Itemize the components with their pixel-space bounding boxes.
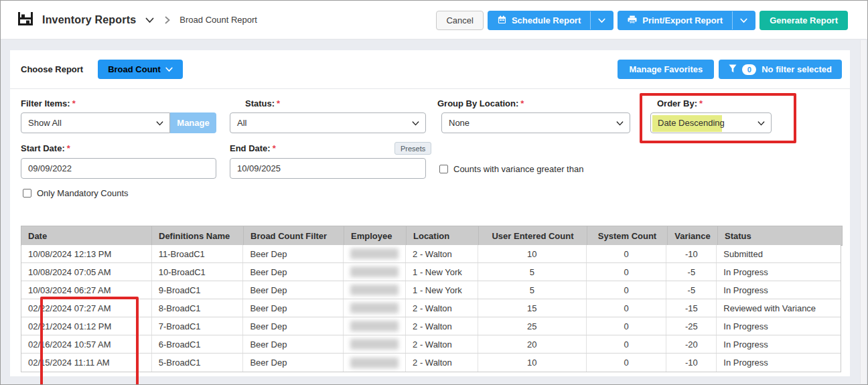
- table-cell: 0: [587, 354, 667, 372]
- table-row[interactable]: 02/15/2024 11:11 AM5-BroadC1Beer Dep2 - …: [21, 354, 841, 372]
- chevron-down-icon: [145, 14, 154, 26]
- employee-redacted: [350, 248, 399, 259]
- table-row[interactable]: 10/08/2024 12:13 PM11-BroadC1Beer Dep2 -…: [21, 245, 841, 263]
- breadcrumb-chevron-icon: [165, 16, 170, 24]
- table-cell: 1 - New York: [406, 263, 478, 281]
- employee-redacted: [350, 339, 399, 350]
- table-cell: Submitted: [717, 245, 841, 262]
- table-header-row: Date Definitions Name Broad Count Filter…: [21, 226, 843, 246]
- filter-items-select[interactable]: Show All: [21, 112, 170, 133]
- calendar-icon: [498, 15, 506, 26]
- table-cell: In Progress: [717, 317, 841, 335]
- column-header-date[interactable]: Date: [21, 226, 152, 245]
- report-type-dropdown[interactable]: Broad Count: [98, 60, 183, 79]
- employee-redacted: [350, 321, 399, 331]
- table-row[interactable]: 10/08/2024 07:05 AM10-BroadC1Beer Dep1 -…: [21, 263, 841, 281]
- schedule-report-caret[interactable]: [590, 11, 613, 29]
- table-cell: In Progress: [717, 335, 841, 353]
- table-cell: 2 - Walton: [406, 299, 478, 317]
- column-header-status[interactable]: Status: [718, 226, 842, 245]
- choose-report-label: Choose Report: [21, 64, 83, 74]
- inventory-reports-page: Inventory Reports Broad Count Report Can…: [0, 0, 868, 385]
- table-cell: 25: [478, 317, 587, 335]
- inventory-icon: [17, 11, 34, 29]
- table-cell: In Progress: [717, 281, 841, 299]
- table-cell: -10: [666, 354, 717, 372]
- schedule-report-label: Schedule Report: [512, 15, 581, 25]
- order-by-select[interactable]: Date Descending: [650, 112, 772, 133]
- table-cell: 0: [587, 245, 667, 262]
- table-row[interactable]: 02/16/2024 10:57 AM6-BroadC1Beer Dep2 - …: [21, 335, 841, 354]
- table-cell: 2 - Walton: [406, 317, 478, 335]
- table-cell: 6-BroadC1: [152, 335, 244, 353]
- table-cell: -15: [666, 299, 717, 317]
- table-row[interactable]: 02/21/2024 01:12 PM7-BroadC1Beer Dep2 - …: [21, 317, 841, 335]
- filter-items-value: Show All: [28, 118, 62, 128]
- report-type-value: Broad Count: [108, 64, 161, 74]
- table-cell: 10/08/2024 12:13 PM: [21, 245, 152, 262]
- manage-filter-items-button[interactable]: Manage: [170, 112, 216, 133]
- start-date-input[interactable]: 09/09/2022: [21, 158, 216, 179]
- filter-selected-button[interactable]: 0 No filter selected: [719, 60, 842, 79]
- employee-redacted: [350, 303, 399, 313]
- table-cell: 15: [478, 299, 587, 317]
- presets-button[interactable]: Presets: [394, 142, 431, 155]
- breadcrumb: Broad Count Report: [179, 15, 257, 25]
- top-bar: Inventory Reports Broad Count Report Can…: [1, 1, 867, 40]
- column-header-variance[interactable]: Variance: [668, 226, 718, 245]
- column-header-user-entered-count[interactable]: User Entered Count: [479, 226, 587, 245]
- table-cell: 7-BroadC1: [152, 317, 244, 335]
- table-cell: Beer Dep: [243, 335, 344, 353]
- table-cell: Beer Dep: [243, 354, 344, 372]
- vertical-scrollbar[interactable]: [860, 40, 866, 384]
- group-by-location-select[interactable]: None: [441, 112, 630, 133]
- column-header-definitions-name[interactable]: Definitions Name: [152, 226, 244, 245]
- status-select[interactable]: All: [230, 112, 426, 133]
- table-row[interactable]: 02/22/2024 07:27 AM8-BroadC1Beer Dep2 - …: [21, 299, 841, 317]
- chevron-down-icon: [412, 118, 419, 128]
- schedule-report-button[interactable]: Schedule Report: [488, 11, 613, 30]
- table-cell: Beer Dep: [243, 281, 344, 299]
- column-header-broad-count-filter[interactable]: Broad Count Filter: [244, 226, 344, 245]
- table-cell: 10/03/2024 06:27 AM: [21, 281, 152, 299]
- end-date-input[interactable]: 10/09/2025: [230, 158, 426, 179]
- table-cell: 10-BroadC1: [152, 263, 244, 281]
- print-export-button[interactable]: Print/Export Report: [618, 11, 755, 30]
- table-body: 10/08/2024 12:13 PM11-BroadC1Beer Dep2 -…: [21, 245, 841, 372]
- chevron-down-icon: [165, 67, 173, 72]
- employee-redacted: [350, 358, 399, 368]
- column-header-system-count[interactable]: System Count: [587, 226, 668, 245]
- table-cell: 2 - Walton: [406, 354, 478, 372]
- table-cell: -25: [666, 317, 717, 335]
- table-cell: 8-BroadC1: [152, 299, 244, 317]
- table-cell: [344, 317, 406, 335]
- table-cell: 10/08/2024 07:05 AM: [21, 263, 152, 281]
- report-type-menu[interactable]: Inventory Reports: [17, 11, 154, 29]
- print-export-caret[interactable]: [732, 11, 755, 29]
- manage-favorites-button[interactable]: Manage Favorites: [618, 60, 714, 79]
- variance-checkbox[interactable]: [439, 165, 448, 173]
- table-cell: 5: [478, 281, 587, 299]
- table-cell: Beer Dep: [243, 317, 344, 335]
- table-cell: Beer Dep: [243, 299, 344, 317]
- table-cell: -20: [666, 335, 717, 353]
- filter-status-label: No filter selected: [762, 64, 832, 74]
- mandatory-checkbox[interactable]: [23, 189, 31, 198]
- table-row[interactable]: 10/03/2024 06:27 AM9-BroadC1Beer Dep1 - …: [21, 281, 841, 299]
- cancel-button[interactable]: Cancel: [436, 11, 483, 30]
- report-panel: Choose Report Broad Count Manage Favorit…: [10, 50, 850, 376]
- table-cell: 1 - New York: [406, 281, 478, 299]
- column-header-location[interactable]: Location: [407, 226, 479, 245]
- table-cell: Beer Dep: [243, 245, 344, 262]
- table-cell: 0: [587, 263, 667, 281]
- table-cell: 02/21/2024 01:12 PM: [21, 317, 152, 335]
- print-export-label: Print/Export Report: [642, 15, 723, 25]
- table-cell: [344, 263, 406, 281]
- column-header-employee[interactable]: Employee: [344, 226, 407, 245]
- generate-report-button[interactable]: Generate Report: [760, 11, 848, 30]
- table-cell: 2 - Walton: [406, 245, 478, 262]
- table-cell: In Progress: [717, 263, 841, 281]
- mandatory-checkbox-row[interactable]: Only Mandatory Counts: [23, 188, 129, 198]
- table-cell: 9-BroadC1: [152, 281, 244, 299]
- variance-checkbox-row[interactable]: Counts with variance greater than: [439, 164, 583, 174]
